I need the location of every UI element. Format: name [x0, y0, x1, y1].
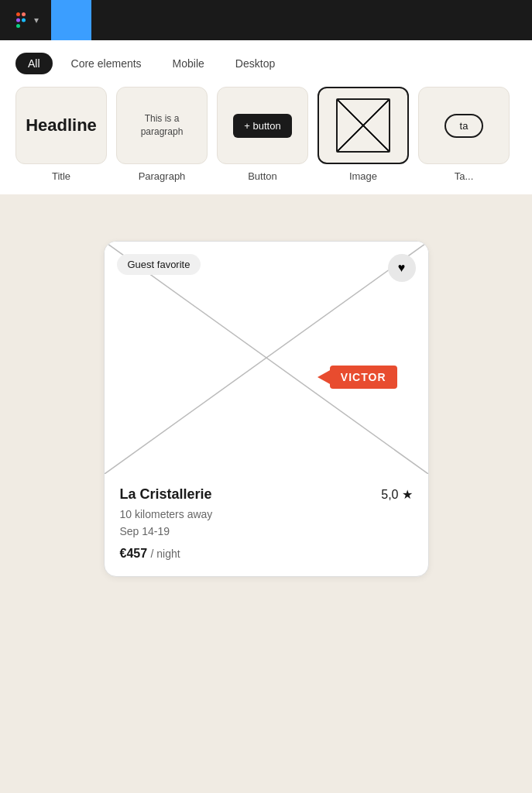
button-preview-text: + button [233, 114, 291, 138]
svg-line-5 [105, 242, 428, 474]
component-preview-tab: ta [418, 87, 510, 164]
component-label-paragraph: Paragraph [139, 170, 186, 182]
cursor-label-wrapper: VICTOR [317, 366, 397, 389]
price-unit: / night [151, 548, 180, 560]
airbnb-card: Guest favorite ♥ VICTOR La Cristallerie … [104, 241, 429, 577]
component-card-paragraph[interactable]: This is a paragraph Paragraph [116, 87, 208, 182]
svg-point-4 [22, 19, 26, 22]
svg-line-6 [105, 242, 428, 474]
topbar: ▾ [0, 0, 532, 40]
svg-rect-0 [16, 12, 20, 16]
filter-tab-mobile[interactable]: Mobile [160, 53, 217, 74]
filter-tabs: All Core elements Mobile Desktop [15, 53, 517, 74]
component-label-button: Button [248, 170, 277, 182]
svg-rect-1 [16, 19, 20, 22]
component-label-title: Title [52, 170, 70, 182]
filter-panel: All Core elements Mobile Desktop Headlin… [0, 40, 532, 194]
price-value: €457 [120, 547, 148, 560]
star-icon: ★ [402, 487, 413, 502]
component-card-button[interactable]: + button Button [217, 87, 308, 182]
paragraph-preview-text: This is a paragraph [117, 112, 207, 139]
canvas-area: Guest favorite ♥ VICTOR La Cristallerie … [0, 194, 532, 675]
component-card-title[interactable]: Headline Title [15, 87, 107, 182]
title-preview-text: Headline [26, 115, 97, 136]
card-top-row: La Cristallerie 5,0 ★ [120, 486, 413, 503]
svg-rect-3 [22, 12, 26, 16]
app-logo[interactable]: ▾ [12, 11, 39, 29]
figma-icon [12, 11, 31, 29]
topbar-active-tab[interactable] [51, 0, 91, 40]
components-row: Headline Title This is a paragraph Parag… [15, 87, 517, 194]
component-preview-paragraph: This is a paragraph [116, 87, 208, 164]
card-image-area: Guest favorite ♥ VICTOR [105, 242, 428, 474]
heart-icon: ♥ [398, 261, 406, 275]
heart-button[interactable]: ♥ [388, 254, 416, 282]
filter-tab-core[interactable]: Core elements [59, 53, 154, 74]
card-details: 10 kilometers away Sep 14-19 [120, 506, 413, 541]
card-info: La Cristallerie 5,0 ★ 10 kilometers away… [105, 474, 428, 576]
component-card-image[interactable]: Image [317, 87, 409, 182]
component-preview-button: + button [217, 87, 308, 164]
topbar-chevron[interactable]: ▾ [34, 15, 39, 26]
component-card-tab[interactable]: ta Ta... [418, 87, 510, 182]
component-preview-title: Headline [15, 87, 107, 164]
card-title: La Cristallerie [120, 486, 212, 503]
image-preview-box [336, 98, 390, 153]
card-rating: 5,0 ★ [381, 487, 412, 502]
tab-preview-text: ta [444, 114, 484, 138]
component-preview-image [317, 87, 409, 164]
card-price: €457 / night [120, 547, 413, 561]
card-dates: Sep 14-19 [120, 523, 413, 540]
filter-tab-all[interactable]: All [15, 53, 53, 74]
card-image-placeholder [105, 242, 428, 474]
filter-tab-desktop[interactable]: Desktop [223, 53, 287, 74]
component-label-image: Image [349, 170, 377, 182]
guest-favorite-badge: Guest favorite [117, 254, 201, 275]
component-label-tab: Ta... [455, 170, 474, 182]
card-distance: 10 kilometers away [120, 506, 413, 523]
svg-rect-2 [16, 24, 20, 28]
rating-value: 5,0 [381, 488, 398, 502]
cursor-label: VICTOR [330, 366, 397, 389]
